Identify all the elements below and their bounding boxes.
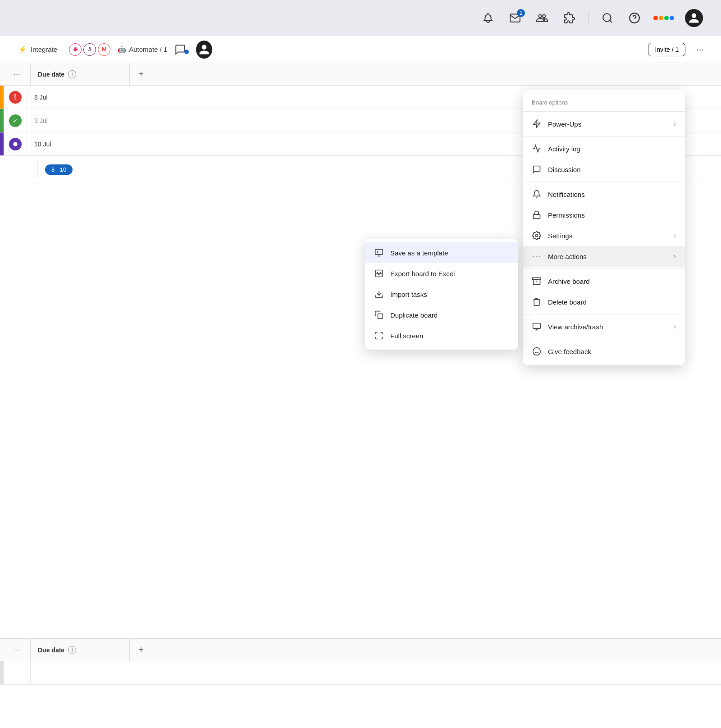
status-red: ! bbox=[9, 91, 22, 104]
row-date-3: 10 Jul bbox=[27, 132, 117, 155]
integration-icons: ⊕ # M bbox=[69, 43, 110, 56]
logo-icon bbox=[653, 16, 674, 20]
settings-icon bbox=[532, 231, 542, 241]
discussion-icon bbox=[532, 164, 542, 174]
svg-point-0 bbox=[603, 14, 611, 21]
notifications-menu-icon bbox=[532, 189, 542, 199]
dropdown-item-feedback[interactable]: Give feedback bbox=[523, 341, 685, 362]
full-screen-label: Full screen bbox=[390, 332, 423, 340]
discussion-label: Discussion bbox=[548, 166, 676, 173]
submenu-item-export-excel[interactable]: Export board to Excel bbox=[365, 263, 518, 284]
sub-avatar bbox=[196, 41, 212, 59]
dropdown-item-more-actions[interactable]: ··· More actions › bbox=[523, 246, 685, 267]
second-table: ··· Due date i + bbox=[0, 638, 721, 728]
row-date-1: 8 Jul bbox=[27, 86, 117, 109]
chat-icon bbox=[174, 44, 186, 55]
status-purple bbox=[9, 138, 22, 150]
view-archive-chevron: › bbox=[674, 323, 676, 331]
dropdown-item-delete[interactable]: Delete board bbox=[523, 291, 685, 312]
second-col-dots: ··· bbox=[4, 639, 31, 661]
svg-rect-6 bbox=[534, 214, 540, 218]
import-tasks-icon bbox=[374, 289, 384, 299]
empty-status bbox=[4, 661, 31, 684]
sub-header: ⚡ Integrate ⊕ # M 🤖 Automate / 1 Invite … bbox=[0, 36, 721, 63]
integrate-label: Integrate bbox=[31, 46, 57, 53]
integration-icon-3[interactable]: M bbox=[98, 43, 110, 56]
board-options-dropdown: Board options Power-Ups › Activity log bbox=[523, 90, 685, 365]
info-icon[interactable]: i bbox=[68, 70, 76, 78]
table-col-dots: ··· bbox=[4, 63, 31, 85]
divider-4 bbox=[523, 268, 685, 269]
second-table-empty-row bbox=[0, 661, 721, 685]
integration-icon-1[interactable]: ⊕ bbox=[69, 43, 82, 56]
save-template-icon bbox=[374, 248, 384, 258]
permissions-label: Permissions bbox=[548, 211, 676, 219]
row-status-1: ! bbox=[4, 86, 27, 109]
user-avatar[interactable] bbox=[685, 9, 703, 27]
add-user-icon[interactable] bbox=[534, 10, 550, 26]
help-icon[interactable] bbox=[626, 10, 643, 26]
notifications-icon[interactable] bbox=[480, 10, 496, 26]
power-ups-chevron: › bbox=[674, 120, 676, 128]
view-archive-label: View archive/trash bbox=[548, 323, 667, 331]
row-indicator-3 bbox=[0, 132, 4, 155]
more-actions-label: More actions bbox=[548, 253, 667, 260]
status-green: ✓ bbox=[9, 114, 22, 127]
row-status-2: ✓ bbox=[4, 109, 27, 132]
puzzle-icon[interactable] bbox=[561, 10, 577, 26]
dropdown-item-activity-log[interactable]: Activity log bbox=[523, 138, 685, 159]
range-pill-col: 8 - 10 bbox=[38, 164, 80, 175]
dropdown-item-discussion[interactable]: Discussion bbox=[523, 159, 685, 180]
inbox-icon[interactable]: 1 bbox=[507, 10, 523, 26]
chat-icon-group[interactable] bbox=[174, 44, 189, 55]
settings-label: Settings bbox=[548, 232, 667, 240]
logo-dot-blue bbox=[670, 16, 674, 20]
due-date-label: Due date bbox=[38, 71, 64, 78]
submenu-item-duplicate[interactable]: Duplicate board bbox=[365, 305, 518, 325]
more-options-button[interactable]: ··· bbox=[693, 42, 707, 56]
permissions-icon bbox=[532, 210, 542, 220]
row-indicator-1 bbox=[0, 86, 4, 109]
invite-button[interactable]: Invite / 1 bbox=[648, 43, 685, 56]
more-actions-submenu: Save as a template Export board to Excel bbox=[365, 239, 518, 350]
logo-dot-green bbox=[664, 16, 669, 20]
second-info-icon[interactable]: i bbox=[68, 646, 76, 654]
integrate-button[interactable]: ⚡ Integrate bbox=[14, 42, 62, 56]
svg-point-7 bbox=[536, 235, 538, 237]
submenu-item-import-tasks[interactable]: Import tasks bbox=[365, 284, 518, 305]
inbox-badge: 1 bbox=[517, 9, 525, 17]
logo-dot-orange bbox=[659, 16, 663, 20]
import-tasks-label: Import tasks bbox=[390, 291, 427, 298]
svg-point-4 bbox=[13, 142, 17, 146]
svg-rect-16 bbox=[375, 250, 383, 255]
dropdown-item-power-ups[interactable]: Power-Ups › bbox=[523, 114, 685, 134]
duplicate-label: Duplicate board bbox=[390, 311, 438, 319]
submenu-item-full-screen[interactable]: Full screen bbox=[365, 325, 518, 346]
dropdown-item-notifications[interactable]: Notifications bbox=[523, 184, 685, 205]
range-pill: 8 - 10 bbox=[45, 164, 73, 175]
range-dots-col bbox=[11, 160, 38, 178]
notifications-menu-label: Notifications bbox=[548, 191, 676, 198]
dropdown-item-permissions[interactable]: Permissions bbox=[523, 205, 685, 225]
dropdown-item-settings[interactable]: Settings › bbox=[523, 225, 685, 246]
second-col-add[interactable]: + bbox=[130, 639, 152, 661]
col-add-button[interactable]: + bbox=[130, 63, 152, 85]
more-actions-chevron: › bbox=[674, 252, 676, 260]
divider-5 bbox=[523, 314, 685, 314]
svg-rect-20 bbox=[378, 314, 383, 319]
dropdown-item-archive[interactable]: Archive board bbox=[523, 271, 685, 291]
export-excel-icon bbox=[374, 268, 384, 278]
integration-icon-2[interactable]: # bbox=[83, 43, 96, 56]
submenu-item-save-template[interactable]: Save as a template bbox=[365, 242, 518, 263]
integrate-icon: ⚡ bbox=[18, 45, 27, 54]
automate-button[interactable]: 🤖 Automate / 1 bbox=[118, 46, 167, 54]
svg-point-13 bbox=[533, 348, 541, 355]
search-icon[interactable] bbox=[599, 10, 616, 26]
settings-chevron: › bbox=[674, 232, 676, 240]
second-col-due-date: Due date i bbox=[31, 639, 130, 661]
dropdown-item-view-archive[interactable]: View archive/trash › bbox=[523, 316, 685, 337]
logo-dot-red bbox=[653, 16, 658, 20]
board-options-header: Board options bbox=[523, 94, 685, 109]
row-status-3 bbox=[4, 132, 27, 155]
user-icon-sub[interactable] bbox=[196, 41, 212, 58]
